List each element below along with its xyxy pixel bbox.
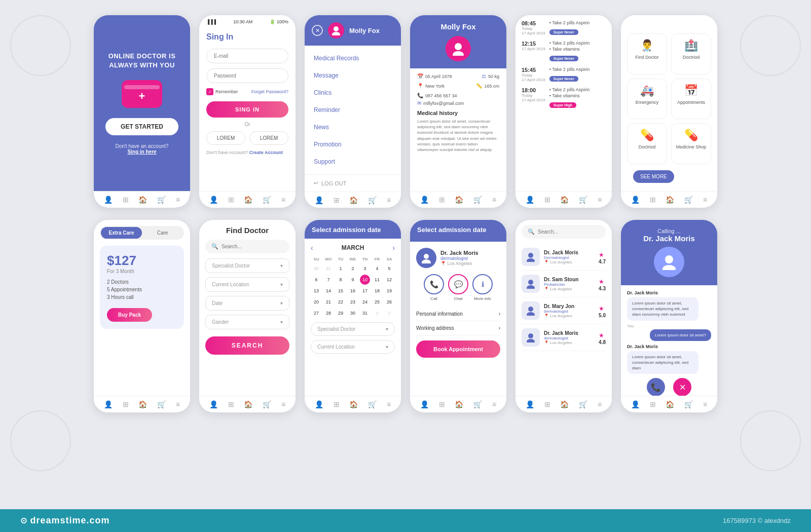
nav-p7-cart[interactable]: 🛒 <box>157 400 166 408</box>
menu-item-message[interactable]: Message <box>305 67 401 84</box>
nav-p12-cart[interactable]: 🛒 <box>684 400 693 408</box>
cal-day-30b[interactable]: 30 <box>348 308 358 318</box>
nav-p12-home[interactable]: 🏠 <box>666 400 674 408</box>
nav-p11-grid[interactable]: ⊞ <box>544 400 550 408</box>
cal-day-20[interactable]: 20 <box>311 297 321 307</box>
nav-profile-icon[interactable]: 👤 <box>104 196 113 204</box>
cal-day-5[interactable]: 5 <box>384 263 394 274</box>
nav-p8-grid[interactable]: ⊞ <box>228 400 234 408</box>
checkbox-checked[interactable]: ✓ <box>206 88 213 95</box>
logout-label[interactable]: LOG OUT <box>321 180 347 186</box>
cal-day-25[interactable]: 25 <box>372 297 382 307</box>
nav-p4-grid[interactable]: ⊞ <box>439 196 445 204</box>
nav-p4-menu[interactable]: ≡ <box>492 196 496 204</box>
nav-p10-grid[interactable]: ⊞ <box>439 400 445 408</box>
see-more-button[interactable]: SEE MORE <box>633 170 674 183</box>
cal-day-21[interactable]: 21 <box>323 297 334 307</box>
nav-grid-icon[interactable]: ⊞ <box>123 196 129 204</box>
menu-item-news[interactable]: News <box>305 119 401 136</box>
nav-p9-grid[interactable]: ⊞ <box>334 400 340 408</box>
working-address-link[interactable]: Working address › <box>416 321 500 335</box>
cal-day-11[interactable]: 11 <box>372 275 382 285</box>
nav-p3-profile[interactable]: 👤 <box>315 196 323 204</box>
nav-p10-cart[interactable]: 🛒 <box>473 400 482 408</box>
nav-cart[interactable]: 🛒 <box>263 196 271 204</box>
nav-p10-profile[interactable]: 👤 <box>420 400 429 408</box>
nav-menu[interactable]: ≡ <box>281 196 285 204</box>
doctor-list-item-4[interactable]: Dr. Jack Moris dermatologist 📍 Los Angel… <box>522 324 606 351</box>
date-dropdown[interactable]: Date ▾ <box>205 296 289 311</box>
doctor-search-bar[interactable]: 🔍 <box>522 225 606 239</box>
accept-call-button[interactable]: 📞 <box>647 378 665 396</box>
nav-profile[interactable]: 👤 <box>209 196 218 204</box>
service-find-doctor[interactable]: 👨‍⚕️ Find Doctor <box>627 33 667 74</box>
cal-day-4[interactable]: 4 <box>372 263 382 274</box>
nav-p3-cart[interactable]: 🛒 <box>368 196 377 204</box>
personal-info-link[interactable]: Personal information › <box>416 307 500 321</box>
logout-row[interactable]: ↩ LOG OUT <box>305 174 401 192</box>
nav-p12-profile[interactable]: 👤 <box>631 400 640 408</box>
nav-p5-menu[interactable]: ≡ <box>598 196 602 204</box>
search-button[interactable]: SEARCH <box>205 336 289 355</box>
service-appointments[interactable]: 📅 Appointments <box>671 79 711 120</box>
search-bar[interactable]: 🔍 <box>205 240 289 253</box>
nav-p3-home[interactable]: 🏠 <box>349 196 358 204</box>
signin-button[interactable]: SING IN <box>206 101 288 118</box>
nav-p10-menu[interactable]: ≡ <box>492 400 496 408</box>
service-emergency[interactable]: 🚑 Emergency <box>627 79 667 120</box>
nav-p3-grid[interactable]: ⊞ <box>334 196 340 204</box>
nav-p11-profile[interactable]: 👤 <box>526 400 534 408</box>
cal-day-28[interactable]: 28 <box>323 308 334 318</box>
nav-p5-home[interactable]: 🏠 <box>560 196 569 204</box>
nav-grid[interactable]: ⊞ <box>228 196 234 204</box>
cal-day-22[interactable]: 22 <box>336 297 346 307</box>
cal-day-8[interactable]: 8 <box>336 275 346 285</box>
nav-p5-grid[interactable]: ⊞ <box>544 196 550 204</box>
cal-day-1b[interactable]: 1 <box>372 308 382 318</box>
cal-day-19[interactable]: 19 <box>384 286 394 296</box>
forgot-password-link[interactable]: Forget Password? <box>251 89 288 94</box>
nav-p12-menu[interactable]: ≡ <box>703 400 707 408</box>
email-input[interactable] <box>206 49 288 63</box>
cal-day-1[interactable]: 1 <box>336 263 346 274</box>
tab-care[interactable]: Care <box>142 227 183 239</box>
nav-p8-profile[interactable]: 👤 <box>209 400 218 408</box>
nav-p8-cart[interactable]: 🛒 <box>263 400 271 408</box>
end-call-button[interactable]: ✕ <box>673 378 691 396</box>
call-button[interactable]: 📞 <box>424 274 444 294</box>
menu-item-promotion[interactable]: Promotion <box>305 136 401 153</box>
cal-day-16[interactable]: 16 <box>348 286 358 296</box>
nav-p6-menu[interactable]: ≡ <box>703 196 707 204</box>
nav-p11-home[interactable]: 🏠 <box>560 400 569 408</box>
cal-day-15[interactable]: 15 <box>336 286 346 296</box>
cal-day-6[interactable]: 6 <box>311 275 321 285</box>
nav-p4-cart[interactable]: 🛒 <box>473 196 482 204</box>
close-button[interactable]: ✕ <box>312 25 323 36</box>
doctor-list-item-1[interactable]: Dr. Jack Moris Dermatologist 📍 Los Angel… <box>522 244 606 271</box>
service-doctriod-2[interactable]: 💊 Doctriod <box>627 123 667 164</box>
nav-home-icon[interactable]: 🏠 <box>138 196 147 204</box>
cal-day-31b[interactable]: 31 <box>360 308 370 318</box>
menu-item-reminder[interactable]: Reminder <box>305 101 401 119</box>
lorem-button-1[interactable]: LOREM <box>206 131 245 145</box>
menu-item-support[interactable]: Support <box>305 153 401 170</box>
create-account-link[interactable]: Create Account <box>249 150 283 155</box>
get-started-button[interactable]: GET STARTED <box>105 118 178 135</box>
doctor-search-input[interactable] <box>538 229 602 235</box>
cal-day-23[interactable]: 23 <box>348 297 358 307</box>
prev-month-button[interactable]: ‹ <box>311 244 313 252</box>
cal-day-17[interactable]: 17 <box>360 286 370 296</box>
nav-p11-cart[interactable]: 🛒 <box>579 400 587 408</box>
doctor-list-item-2[interactable]: Dr. Sam Stoun Pediatrician 📍 Los Angeles… <box>522 271 606 297</box>
nav-p4-profile[interactable]: 👤 <box>420 196 429 204</box>
nav-p9-menu[interactable]: ≡ <box>387 400 391 408</box>
nav-p4-home[interactable]: 🏠 <box>455 196 463 204</box>
cal-day-18[interactable]: 18 <box>372 286 382 296</box>
cal-day-29[interactable]: 29 <box>336 308 346 318</box>
cal-day-3[interactable]: 3 <box>360 263 370 274</box>
gender-dropdown[interactable]: Gander ▾ <box>205 315 289 329</box>
password-input[interactable] <box>206 68 288 83</box>
search-input[interactable] <box>222 244 286 249</box>
next-month-button[interactable]: › <box>392 244 395 252</box>
nav-p9-profile[interactable]: 👤 <box>315 400 323 408</box>
